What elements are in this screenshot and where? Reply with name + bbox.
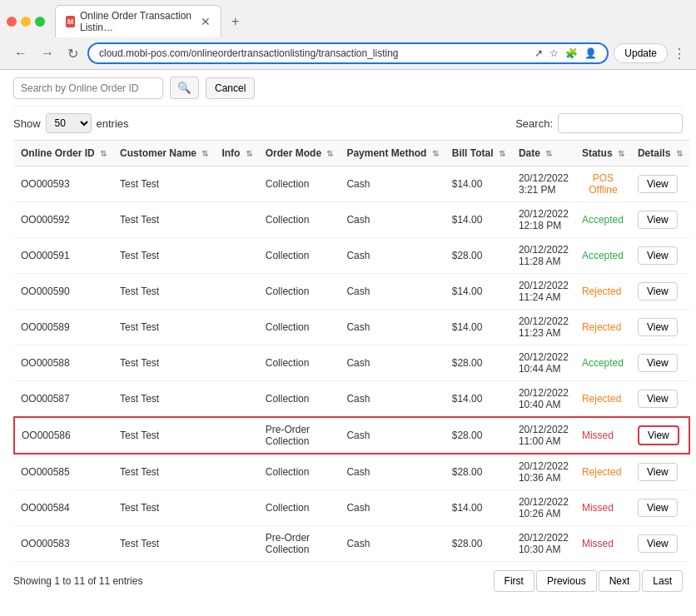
sort-icon-date[interactable]: ⇅ (545, 149, 552, 158)
extension-icon[interactable]: 🧩 (565, 47, 578, 59)
cell-payment-method: Cash (340, 417, 445, 454)
cell-customer-name: Test Test (113, 238, 215, 274)
cell-customer-name: Test Test (113, 381, 215, 418)
next-page-button[interactable]: Next (599, 570, 641, 592)
table-row: OO000587Test TestCollectionCash$14.0020/… (14, 381, 689, 418)
sort-icon-customer-name[interactable]: ⇅ (201, 149, 208, 158)
cell-bill-total: $28.00 (445, 345, 512, 381)
table-row: OO000588Test TestCollectionCash$28.0020/… (14, 345, 689, 381)
cell-bill-total: $14.00 (445, 202, 512, 238)
search-row: 🔍 Cancel (13, 70, 683, 107)
last-page-button[interactable]: Last (642, 570, 683, 592)
cell-order-id: OO000585 (14, 454, 113, 490)
cell-order-id: OO000586 (14, 417, 113, 454)
view-button[interactable]: View (638, 354, 678, 372)
sort-icon-order-id[interactable]: ⇅ (100, 149, 107, 158)
cell-order-mode: Collection (259, 238, 341, 274)
cell-order-mode: Pre-Order Collection (259, 417, 341, 454)
col-header-bill-total: Bill Total ⇅ (445, 141, 512, 166)
cell-info (215, 238, 258, 274)
cell-info (215, 417, 258, 454)
cell-info (215, 345, 258, 381)
view-button[interactable]: View (638, 175, 678, 193)
more-options-button[interactable]: ⋮ (673, 46, 686, 62)
view-button[interactable]: View (638, 534, 678, 553)
sort-icon-status[interactable]: ⇅ (618, 149, 624, 158)
cell-payment-method: Cash (340, 238, 445, 274)
table-row: OO000590Test TestCollectionCash$14.0020/… (14, 274, 689, 310)
sort-icon-info[interactable]: ⇅ (246, 149, 252, 158)
pagination-controls: First Previous Next Last (494, 570, 683, 592)
view-button[interactable]: View (638, 246, 678, 265)
cell-details: View (631, 526, 689, 562)
forward-button[interactable]: → (37, 44, 58, 62)
cell-date: 20/12/2022 10:30 AM (512, 526, 575, 562)
tab-title: Online Order Transaction Listin… (80, 10, 196, 33)
sort-icon-order-mode[interactable]: ⇅ (326, 149, 333, 158)
first-page-button[interactable]: First (494, 570, 534, 592)
search-button[interactable]: 🔍 (170, 77, 199, 99)
cell-status: Missed (575, 526, 631, 562)
cell-customer-name: Test Test (113, 274, 215, 310)
sort-icon-details[interactable]: ⇅ (676, 149, 683, 158)
cell-order-mode: Collection (259, 166, 341, 202)
cell-date: 20/12/2022 10:26 AM (512, 490, 575, 526)
order-id-search-input[interactable] (13, 77, 163, 99)
table-row: OO000591Test TestCollectionCash$28.0020/… (14, 238, 689, 274)
update-button[interactable]: Update (614, 43, 668, 63)
maximize-window-btn[interactable] (35, 17, 45, 27)
cell-customer-name: Test Test (113, 490, 215, 526)
entries-select[interactable]: 50 25 10 100 (46, 113, 92, 133)
address-bar[interactable]: cloud.mobi-pos.com/onlineordertransactio… (87, 42, 609, 64)
table-search-input[interactable] (558, 113, 683, 133)
profile-icon[interactable]: 👤 (584, 47, 597, 59)
cell-date: 20/12/2022 11:28 AM (512, 238, 575, 274)
view-button[interactable]: View (638, 499, 678, 517)
tab-favicon: M (66, 16, 75, 27)
close-window-btn[interactable] (7, 17, 17, 27)
cancel-button[interactable]: Cancel (206, 77, 255, 99)
address-text: cloud.mobi-pos.com/onlineordertransactio… (99, 47, 529, 59)
view-button[interactable]: View (638, 318, 678, 336)
sort-icon-bill-total[interactable]: ⇅ (499, 149, 505, 158)
cell-date: 20/12/2022 12:18 PM (512, 202, 575, 238)
view-button[interactable]: View (638, 463, 678, 481)
cell-order-mode: Collection (259, 381, 341, 418)
cell-bill-total: $28.00 (445, 238, 512, 274)
page-content: 🔍 Cancel Show 50 25 10 100 entries Searc… (0, 70, 696, 609)
cell-payment-method: Cash (340, 274, 445, 310)
cell-payment-method: Cash (340, 310, 445, 345)
col-header-info: Info ⇅ (215, 141, 258, 166)
table-row: OO000593Test TestCollectionCash$14.0020/… (14, 166, 689, 202)
cell-details: View (631, 454, 689, 490)
new-tab-button[interactable]: + (225, 11, 246, 32)
table-header-row: Online Order ID ⇅ Customer Name ⇅ Info ⇅… (14, 141, 689, 166)
address-bar-icons: ↗ ☆ 🧩 👤 (534, 47, 597, 59)
view-button[interactable]: View (638, 390, 678, 408)
active-tab[interactable]: M Online Order Transaction Listin… ✕ (55, 5, 221, 37)
cell-order-id: OO000593 (14, 166, 113, 202)
cell-status: Missed (575, 490, 631, 526)
cell-details: View (631, 202, 689, 238)
previous-page-button[interactable]: Previous (536, 570, 597, 592)
cell-bill-total: $14.00 (445, 381, 512, 418)
cell-order-mode: Collection (259, 490, 341, 526)
sort-icon-payment-method[interactable]: ⇅ (432, 149, 439, 158)
cell-order-mode: Collection (259, 345, 341, 381)
view-button[interactable]: View (638, 211, 678, 229)
minimize-window-btn[interactable] (21, 17, 31, 27)
cell-status: Rejected (575, 454, 631, 490)
tab-close-icon[interactable]: ✕ (201, 15, 211, 28)
reload-button[interactable]: ↻ (63, 44, 82, 63)
cell-payment-method: Cash (340, 345, 445, 381)
cell-info (215, 166, 258, 202)
view-button[interactable]: View (638, 282, 678, 301)
back-button[interactable]: ← (10, 44, 32, 62)
share-icon[interactable]: ↗ (534, 47, 543, 59)
cell-payment-method: Cash (340, 381, 445, 418)
cell-customer-name: Test Test (113, 202, 215, 238)
cell-order-mode: Collection (259, 454, 341, 490)
showing-entries-text: Showing 1 to 11 of 11 entries (13, 575, 142, 587)
view-button[interactable]: View (638, 425, 679, 445)
bookmark-icon[interactable]: ☆ (549, 47, 559, 59)
